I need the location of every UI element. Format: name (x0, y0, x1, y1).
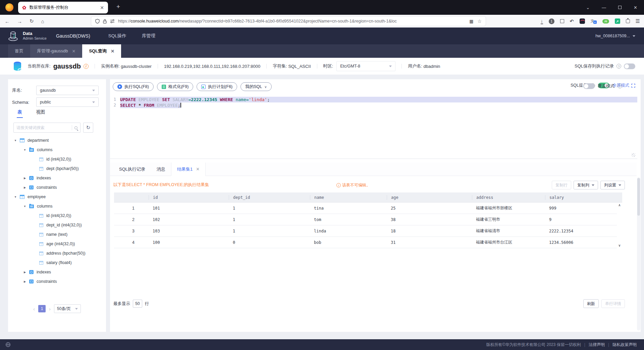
window-close-button[interactable]: ✕ (634, 5, 637, 10)
privacy-policy-link[interactable]: 隐私政策声明 (612, 342, 637, 348)
copy-column-button[interactable]: 复制列 (574, 181, 598, 189)
account-menu[interactable]: hw_0086187509... (595, 34, 635, 38)
timezone-select[interactable]: Etc/GMT-8 (336, 61, 395, 71)
tree-expand-arrow[interactable]: ▼ (23, 205, 26, 208)
bookmark-star-icon[interactable]: ☆ (477, 18, 482, 24)
tree-expand-arrow[interactable]: ▼ (14, 139, 17, 142)
explain-plan-button[interactable]: 执行计划(F6) (197, 82, 237, 91)
tab-close-icon[interactable]: ✕ (100, 5, 104, 10)
tree-item-columns[interactable]: ▼columns (8, 202, 106, 211)
table-cell[interactable]: 福建省福清市 (472, 228, 545, 234)
reload-button[interactable]: ↻ (30, 18, 34, 24)
table-cell[interactable]: 1234.56006 (545, 240, 622, 245)
max-rows-input[interactable] (133, 300, 142, 308)
nav-db-management[interactable]: 库管理 (142, 33, 156, 39)
table-cell[interactable]: 18 (387, 229, 472, 233)
lock-icon[interactable] (103, 19, 107, 24)
column-header[interactable]: age (387, 195, 472, 200)
tab-sql-history[interactable]: SQL执行记录 (113, 163, 151, 176)
table-row[interactable]: 31031linda18福建省福清市2222.12354 (114, 225, 622, 237)
sql-editor[interactable]: 1UPDATE EMPLOYEE SET SALARY=2222.12345 W… (110, 94, 637, 159)
sidebar-tab-tables[interactable]: 表 (17, 109, 22, 115)
tree-expand-arrow[interactable]: ▶ (23, 280, 26, 283)
table-scrollbar[interactable]: ∧ ∨ (617, 203, 622, 248)
table-cell[interactable]: 0 (229, 240, 310, 245)
row-detail-button[interactable]: 单行详情 (601, 299, 625, 308)
table-cell[interactable]: 1 (229, 206, 310, 211)
tree-refresh-button[interactable]: ↻ (83, 123, 93, 133)
panel-scrollbar[interactable] (637, 177, 640, 331)
table-row[interactable]: 41000bob31福建省福州市台江区1234.56006 (114, 237, 622, 248)
column-header[interactable]: address (472, 195, 545, 200)
table-cell[interactable]: 1 (229, 229, 310, 233)
notification-badge-icon[interactable]: 1 (549, 18, 554, 24)
dark-extension-icon[interactable] (580, 18, 585, 24)
format-sql-button[interactable]: 格式化(F9) (157, 82, 193, 91)
help-question-icon[interactable]: ? (618, 84, 622, 88)
tree-item-address[interactable]: address (bpchar(50)) (8, 249, 106, 258)
save-record-toggle[interactable] (624, 63, 635, 69)
column-header[interactable]: id (149, 195, 229, 200)
my-sql-button[interactable]: 我的SQL∨ (240, 82, 271, 91)
tree-item-constraints[interactable]: ▶{}constraints (8, 183, 106, 192)
tree-item-salary[interactable]: salary (float4) (8, 258, 106, 267)
tree-item-indexes[interactable]: ▶indexes (8, 173, 106, 183)
tree-expand-arrow[interactable]: ▶ (23, 177, 26, 180)
tree-item-department[interactable]: ▼department (8, 136, 106, 145)
table-cell[interactable]: linda (310, 229, 387, 233)
tree-expand-arrow[interactable]: ▼ (14, 195, 17, 199)
page-tab-3[interactable]: SQL查询✕ (82, 44, 121, 58)
undo-extension-icon[interactable]: ↶ (570, 18, 574, 24)
tab-list-chevron-icon[interactable]: ⌄ (586, 5, 590, 10)
permissions-icon[interactable] (110, 19, 115, 23)
overwrite-mode-toggle[interactable] (583, 83, 595, 89)
prev-page-icon[interactable]: ‹ (33, 306, 35, 312)
table-cell[interactable]: 25 (387, 206, 472, 211)
extensions-puzzle-icon[interactable] (626, 19, 630, 23)
table-cell[interactable]: 101 (149, 206, 229, 211)
column-header[interactable]: name (310, 195, 387, 200)
quick-access-icon[interactable]: ↗ (615, 18, 620, 24)
js-toggle-icon[interactable]: JS (602, 19, 609, 24)
globe-icon[interactable] (5, 342, 11, 347)
back-button[interactable]: ← (5, 18, 10, 24)
tree-item-age[interactable]: age (int4(32,0)) (8, 239, 106, 249)
firefox-icon[interactable] (5, 3, 13, 11)
tree-item-dept[interactable]: dept (bpchar(50)) (8, 164, 106, 173)
sidebar-tab-views[interactable]: 视图 (36, 109, 45, 115)
tree-item-employee[interactable]: ▼employee (8, 192, 106, 202)
sql-line[interactable]: 2SELECT * FROM EMPLOYEE; (110, 102, 637, 108)
table-cell[interactable]: 福建省三明市 (472, 217, 545, 222)
tree-expand-arrow[interactable]: ▶ (23, 271, 26, 274)
search-icon[interactable] (74, 126, 77, 129)
browser-tab[interactable]: ✿ 数据管理服务-控制台 ✕ (18, 2, 108, 13)
url-text[interactable]: https://console.huaweicloud.com/newdasap… (118, 19, 467, 24)
copy-row-button[interactable]: 复制行 (552, 181, 571, 189)
refresh-button[interactable]: 刷新 (583, 299, 599, 308)
page-tab-1[interactable]: 首页 (8, 44, 30, 58)
tree-expand-arrow[interactable]: ▼ (23, 148, 26, 151)
table-cell[interactable]: 38 (387, 217, 472, 222)
table-row[interactable]: 11011tina25福建省福州市鼓楼区999 (114, 203, 622, 214)
shield-icon[interactable] (95, 19, 100, 24)
help-question-icon[interactable]: ? (616, 64, 621, 69)
page-size-select[interactable]: 50条/页 (54, 304, 81, 313)
table-cell[interactable]: tom (310, 217, 387, 222)
tab-messages[interactable]: 消息 (151, 163, 171, 176)
table-cell[interactable]: 福建省福州市台江区 (472, 239, 545, 245)
home-button[interactable]: ⌂ (41, 18, 44, 24)
column-header[interactable]: dept_id (229, 195, 310, 200)
run-sql-button[interactable]: 执行SQL(F8) (113, 82, 154, 91)
translate-icon[interactable]: 文A (591, 18, 597, 24)
tree-item-constraints[interactable]: ▶{}constraints (8, 277, 106, 286)
page-tab-2[interactable]: 库管理-gaussdb✕ (30, 44, 82, 58)
next-page-icon[interactable]: › (49, 306, 51, 312)
close-icon[interactable]: ✕ (111, 49, 114, 54)
close-icon[interactable]: ✕ (72, 49, 75, 54)
hamburger-menu-icon[interactable]: ☰ (636, 18, 640, 24)
close-icon[interactable]: ✕ (196, 167, 200, 172)
table-cell[interactable]: 2222.12354 (545, 229, 622, 233)
tree-item-columns[interactable]: ▼columns (8, 145, 106, 155)
legal-notice-link[interactable]: 法律声明 (589, 342, 605, 348)
tree-item-name[interactable]: name (text) (8, 230, 106, 239)
